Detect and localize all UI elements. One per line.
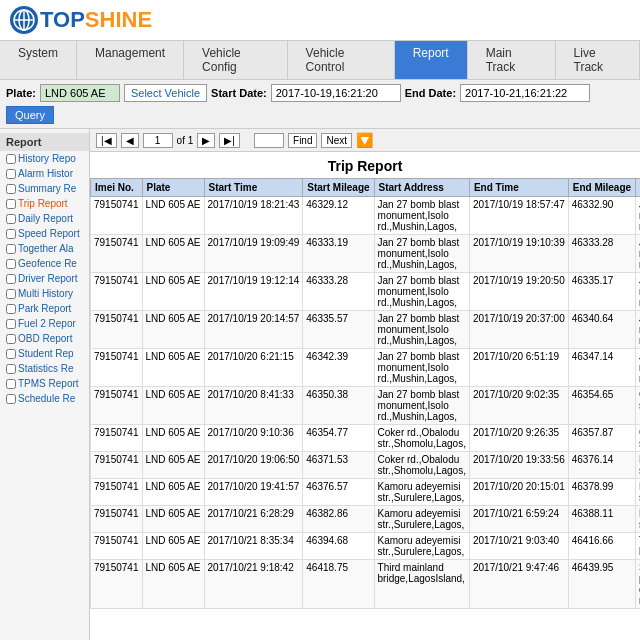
cell-2-2: 2017/10/19 19:12:14 <box>204 273 303 311</box>
page-prev-button[interactable]: ◀ <box>121 133 139 148</box>
sidebar-checkbox-5[interactable] <box>6 229 16 239</box>
cell-5-1: LND 605 AE <box>142 387 204 425</box>
sidebar-item-11[interactable]: Fuel 2 Repor <box>0 316 89 331</box>
sidebar-item-12[interactable]: OBD Report <box>0 331 89 346</box>
header: TOP SHINE <box>0 0 640 41</box>
logo-shine-text: SHINE <box>85 7 152 33</box>
pagination-bar: |◀ ◀ of 1 ▶ ▶| Find Next 🔽 <box>90 129 640 152</box>
table-row: 79150741LND 605 AE2017/10/19 19:09:49463… <box>91 235 641 273</box>
cell-2-6: 46335.17 <box>568 273 635 311</box>
cell-9-1: LND 605 AE <box>142 506 204 533</box>
table-row: 79150741LND 605 AE2017/10/20 19:06:50463… <box>91 452 641 479</box>
nav-vehicle-config[interactable]: Vehicle Config <box>184 41 288 79</box>
sidebar-item-3[interactable]: Trip Report <box>0 196 89 211</box>
next-button[interactable]: Next <box>321 133 352 148</box>
col-header-3: Start Mileage <box>303 179 374 197</box>
cell-10-3: 46394.68 <box>303 533 374 560</box>
col-header-0: Imei No. <box>91 179 143 197</box>
nav-vehicle-control[interactable]: Vehicle Control <box>288 41 395 79</box>
sidebar-item-14[interactable]: Statistics Re <box>0 361 89 376</box>
cell-3-1: LND 605 AE <box>142 311 204 349</box>
nav-report[interactable]: Report <box>395 41 468 79</box>
sidebar-checkbox-1[interactable] <box>6 169 16 179</box>
cell-8-1: LND 605 AE <box>142 479 204 506</box>
main-area: Report History RepoAlarm HistorSummary R… <box>0 129 640 640</box>
cell-8-0: 79150741 <box>91 479 143 506</box>
sidebar-item-label-10: Park Report <box>18 303 71 314</box>
cell-3-4: Jan 27 bomb blast monument,Isolo rd.,Mus… <box>374 311 469 349</box>
page-first-button[interactable]: |◀ <box>96 133 117 148</box>
cell-1-1: LND 605 AE <box>142 235 204 273</box>
sidebar-item-4[interactable]: Daily Report <box>0 211 89 226</box>
col-header-7: End Address <box>636 179 640 197</box>
page-last-button[interactable]: ▶| <box>219 133 240 148</box>
sidebar-checkbox-13[interactable] <box>6 349 16 359</box>
cell-8-3: 46376.57 <box>303 479 374 506</box>
sidebar-checkbox-10[interactable] <box>6 304 16 314</box>
start-date-input[interactable] <box>271 84 401 102</box>
sidebar-item-label-15: TPMS Report <box>18 378 79 389</box>
nav-management[interactable]: Management <box>77 41 184 79</box>
cell-1-4: Jan 27 bomb blast monument,Isolo rd.,Mus… <box>374 235 469 273</box>
sidebar-checkbox-9[interactable] <box>6 289 16 299</box>
nav-live-track[interactable]: Live Track <box>556 41 640 79</box>
cell-9-4: Kamoru adeyemisi str.,Surulere,Lagos, <box>374 506 469 533</box>
sidebar-checkbox-12[interactable] <box>6 334 16 344</box>
cell-4-6: 46347.14 <box>568 349 635 387</box>
cell-11-5: 2017/10/21 9:47:46 <box>469 560 568 609</box>
sidebar-checkbox-2[interactable] <box>6 184 16 194</box>
cell-0-0: 79150741 <box>91 197 143 235</box>
sidebar-item-13[interactable]: Student Rep <box>0 346 89 361</box>
query-button[interactable]: Query <box>6 106 54 124</box>
page-of-label: of 1 <box>177 135 194 146</box>
cell-4-7: Jan 27 bomb blast monum rd.,Mushin,Lagos… <box>636 349 640 387</box>
sidebar-item-7[interactable]: Geofence Re <box>0 256 89 271</box>
sidebar-checkbox-7[interactable] <box>6 259 16 269</box>
cell-7-6: 46376.14 <box>568 452 635 479</box>
sidebar-item-10[interactable]: Park Report <box>0 301 89 316</box>
cell-4-3: 46342.39 <box>303 349 374 387</box>
sidebar-item-5[interactable]: Speed Report <box>0 226 89 241</box>
sidebar-checkbox-3[interactable] <box>6 199 16 209</box>
sidebar-item-label-13: Student Rep <box>18 348 74 359</box>
cell-9-7: Kamoru adeyemisi str.,Surulere,Lagos, <box>636 506 640 533</box>
sidebar-item-2[interactable]: Summary Re <box>0 181 89 196</box>
end-date-input[interactable] <box>460 84 590 102</box>
nav-main-track[interactable]: Main Track <box>468 41 556 79</box>
cell-9-3: 46382.86 <box>303 506 374 533</box>
sidebar-item-label-4: Daily Report <box>18 213 73 224</box>
cell-10-6: 46416.66 <box>568 533 635 560</box>
col-header-1: Plate <box>142 179 204 197</box>
sidebar-checkbox-16[interactable] <box>6 394 16 404</box>
end-date-label: End Date: <box>405 87 456 99</box>
select-vehicle-button[interactable]: Select Vehicle <box>124 84 207 102</box>
sidebar-checkbox-0[interactable] <box>6 154 16 164</box>
cell-7-7: Kamoru adeyemisi str.,Surulere,Lagos, <box>636 452 640 479</box>
sidebar-checkbox-8[interactable] <box>6 274 16 284</box>
sidebar-item-6[interactable]: Together Ala <box>0 241 89 256</box>
nav-system[interactable]: System <box>0 41 77 79</box>
sidebar-item-0[interactable]: History Repo <box>0 151 89 166</box>
start-date-label: Start Date: <box>211 87 267 99</box>
sidebar-checkbox-4[interactable] <box>6 214 16 224</box>
sidebar-checkbox-14[interactable] <box>6 364 16 374</box>
page-next-button[interactable]: ▶ <box>197 133 215 148</box>
cell-5-4: Jan 27 bomb blast monument,Isolo rd.,Mus… <box>374 387 469 425</box>
find-input[interactable] <box>254 133 284 148</box>
sidebar-item-9[interactable]: Multi History <box>0 286 89 301</box>
page-number-input[interactable] <box>143 133 173 148</box>
cell-10-5: 2017/10/21 9:03:40 <box>469 533 568 560</box>
sidebar-item-15[interactable]: TPMS Report <box>0 376 89 391</box>
sidebar-checkbox-15[interactable] <box>6 379 16 389</box>
sidebar-item-16[interactable]: Schedule Re <box>0 391 89 406</box>
sidebar-item-label-3: Trip Report <box>18 198 68 209</box>
plate-input[interactable] <box>40 84 120 102</box>
sidebar-item-1[interactable]: Alarm Histor <box>0 166 89 181</box>
find-button[interactable]: Find <box>288 133 317 148</box>
sidebar-item-8[interactable]: Driver Report <box>0 271 89 286</box>
cell-8-2: 2017/10/20 19:41:57 <box>204 479 303 506</box>
cell-1-6: 46333.28 <box>568 235 635 273</box>
sidebar-checkbox-6[interactable] <box>6 244 16 254</box>
cell-1-0: 79150741 <box>91 235 143 273</box>
sidebar-checkbox-11[interactable] <box>6 319 16 329</box>
